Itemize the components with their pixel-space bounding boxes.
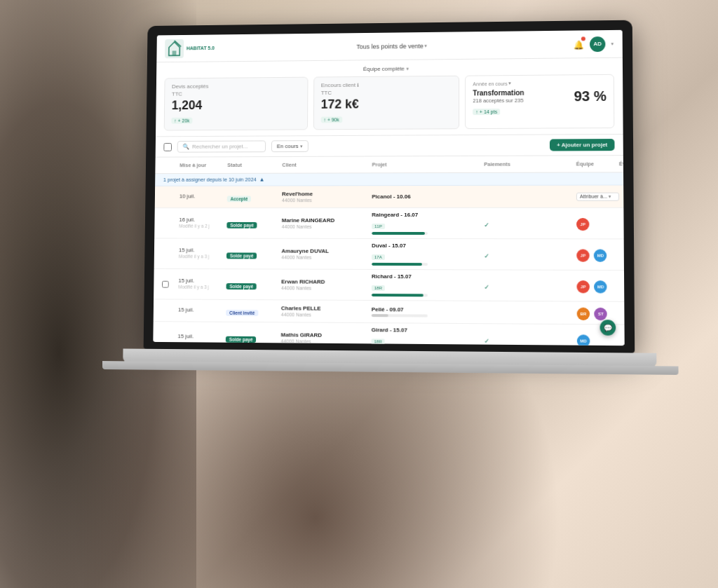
transformation-value: 93 % [574, 88, 606, 104]
col-client: Client [282, 161, 372, 167]
col-events: Événements [619, 160, 625, 167]
check-icon: ✓ [484, 221, 489, 228]
equipe-row: Équipe complète ▾ [165, 64, 614, 74]
arrow-up-icon-3: ↑ [475, 109, 478, 114]
row-project: Richard - 15.07 18R [372, 273, 485, 297]
attribuer-chevron-icon: ▾ [609, 193, 611, 199]
table-row[interactable]: 15 juil. Modifié il y a 3 j Solde payé A… [154, 239, 624, 271]
annee-label: Année en cours ▾ [473, 80, 606, 87]
check-icon: ✓ [484, 252, 489, 259]
logo-icon [165, 39, 184, 57]
svg-rect-2 [172, 50, 177, 55]
app-header: HABITAT 5.0 Tous les points de vente ▾ 🔔… [156, 30, 623, 62]
status-chevron-icon: ▾ [300, 144, 303, 149]
table-row[interactable]: 15 juil. Client invité Charles PELLE 440… [154, 299, 625, 324]
col-status: Statut [227, 162, 282, 168]
encours-value: 172 k€ [320, 97, 452, 112]
arrow-up-icon: ↑ [174, 118, 176, 123]
team-avatar: MD [577, 334, 590, 346]
row-team: MD [577, 332, 621, 346]
status-badge-solde: Solde payé [226, 283, 257, 289]
notification-bell[interactable]: 🔔 [574, 38, 584, 50]
row-payments: ✓ [484, 333, 576, 346]
table-header: Mise à jour Statut Client Projet Paiemen… [155, 156, 623, 174]
row-status: Solde payé [226, 247, 282, 260]
row-date: 16 juil. Modifié il y a 2 j [179, 217, 226, 230]
encours-sub: TTC [321, 89, 452, 96]
chat-fab-button[interactable]: 💬 [600, 320, 616, 336]
row-date: 15 juil. [178, 307, 226, 315]
header-right: 🔔 AD ▾ [574, 36, 614, 52]
row-client: Marine RAINGEARD 44000 Nantes [282, 217, 372, 229]
table-row[interactable]: 10 juil. Accepté Revel'home 44000 Nantes… [155, 185, 624, 208]
row-team: JP MD [576, 278, 620, 294]
row-project: Duval - 15.07 17A [372, 242, 484, 266]
stat-card-transformation: Année en cours ▾ Transformation 218 acce… [465, 74, 614, 129]
row-status: Solde payé [226, 331, 281, 344]
team-avatar: MD [594, 280, 607, 293]
table-row[interactable]: 15 juil. Modifié il y a 3 j Solde payé E… [154, 269, 624, 302]
status-badge-solde: Solde payé [226, 336, 257, 342]
devis-badge: ↑ + 20k [171, 118, 192, 124]
stat-card-devis: Devis acceptés TTC 1,204 ↑ + 20k [164, 77, 308, 131]
chevron-up-icon: ▲ [259, 177, 265, 183]
row-client: Erwan RICHARD 44000 Nantes [281, 278, 372, 291]
row-payments: ✓ [484, 217, 576, 229]
row-status: Accepté [227, 191, 282, 203]
row-checkbox-input[interactable] [162, 280, 169, 287]
row-checkbox[interactable] [162, 278, 179, 290]
table-row[interactable]: 15 juil. Solde payé Mathis GIRARD 44000 … [153, 322, 624, 346]
team-avatar: ST [595, 308, 608, 320]
row-project: Raingeard - 16.07 11P [372, 212, 484, 235]
status-badge-client-invite: Client invité [226, 309, 258, 315]
team-avatar: MD [594, 249, 607, 262]
row-payments [484, 313, 576, 313]
row-client: Charles PELLE 44000 Nantes [281, 305, 372, 317]
row-date: 10 juil. [180, 193, 227, 200]
assign-banner: 1 projet à assigner depuis le 10 juin 20… [155, 172, 623, 186]
row-date: 15 juil. Modifié il y a 3 j [178, 278, 226, 291]
notif-dot [581, 36, 585, 41]
encours-label: Encours client ℹ [321, 81, 452, 88]
team-avatar: JP [576, 280, 590, 293]
check-icon: ✓ [484, 337, 489, 344]
team-avatar: BR [577, 308, 590, 320]
devis-sub: TTC [172, 90, 300, 97]
status-badge-solde: Solde payé [226, 221, 257, 228]
col-date: Mise à jour [180, 162, 227, 168]
search-placeholder: Rechercher un projet... [192, 144, 248, 150]
user-avatar[interactable]: AD [590, 36, 605, 52]
nav-points-vente[interactable]: Tous les points de vente ▾ [352, 41, 431, 51]
search-box[interactable]: 🔍 Rechercher un projet... [177, 140, 266, 152]
row-status: Solde payé [226, 217, 281, 230]
row-team: JP [576, 216, 619, 231]
chat-icon: 💬 [604, 324, 612, 331]
arrow-up-icon-2: ↑ [323, 117, 325, 122]
col-payments: Paiements [484, 160, 576, 167]
devis-value: 1,204 [172, 97, 301, 113]
add-project-button[interactable]: + Ajouter un projet [550, 139, 615, 151]
select-all-checkbox[interactable] [163, 143, 172, 151]
devis-label: Devis acceptés [172, 83, 300, 90]
row-payments: ✓ [484, 248, 576, 261]
status-badge-accepted: Accepté [227, 196, 252, 202]
row-date: 15 juil. [177, 334, 226, 341]
equipe-chevron-icon: ▾ [407, 66, 409, 71]
row-client: Amauryne DUVAL 44000 Nantes [281, 247, 372, 260]
laptop-frame: HABITAT 5.0 Tous les points de vente ▾ 🔔… [142, 20, 693, 418]
transformation-sub: 218 acceptés sur 235 [473, 97, 524, 104]
logo-area: HABITAT 5.0 [165, 39, 215, 58]
row-client: Mathis GIRARD 44000 Nantes [281, 331, 372, 344]
team-avatar: JP [576, 249, 589, 261]
row-status: Client invité [226, 304, 281, 317]
row-events [620, 340, 624, 341]
status-filter[interactable]: En cours ▾ [271, 140, 309, 152]
row-date: 15 juil. Modifié il y a 3 j [179, 247, 226, 260]
row-team: BR ST [577, 306, 621, 321]
table-area: Mise à jour Statut Client Projet Paiemen… [153, 156, 624, 346]
attribuer-dropdown[interactable]: Attribuer à... ▾ [576, 192, 619, 200]
row-project: Picanol - 10.06 [372, 193, 484, 200]
logo-text: HABITAT 5.0 [187, 46, 215, 50]
table-row[interactable]: 16 juil. Modifié il y a 2 j Solde payé M… [154, 208, 623, 240]
row-status: Solde payé [226, 278, 282, 291]
